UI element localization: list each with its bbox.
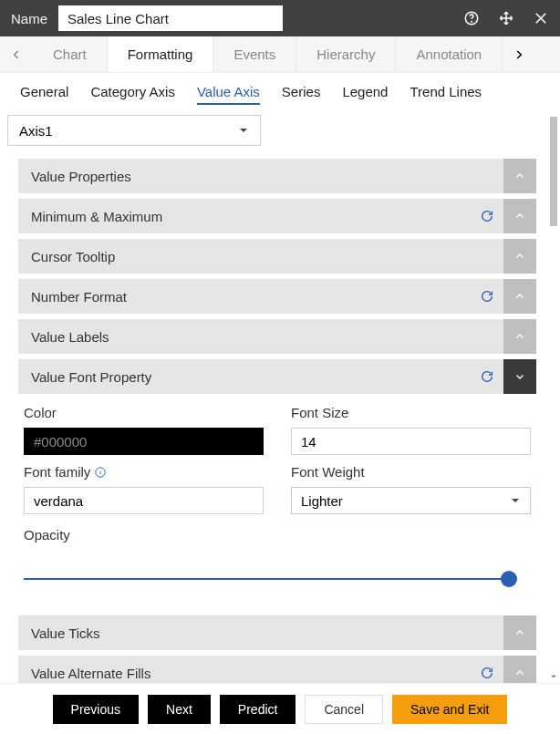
section-value-font-property: Value Font Property Color Font Size [18, 359, 536, 610]
section-title: Value Alternate Fills [31, 666, 150, 681]
field-font-size: Font Size [291, 405, 531, 455]
section-header[interactable]: Value Font Property [18, 359, 536, 394]
section-cursor-tooltip: Cursor Tooltip [18, 239, 536, 274]
color-input[interactable] [24, 428, 264, 455]
section-title: Value Ticks [31, 625, 100, 641]
vertical-scrollbar[interactable] [549, 117, 558, 676]
tab-scroll-right-icon[interactable] [503, 36, 535, 72]
slider-thumb[interactable] [501, 571, 517, 587]
save-and-exit-button[interactable]: Save and Exit [392, 695, 507, 724]
previous-button[interactable]: Previous [53, 695, 139, 724]
content-area: Axis1 Value Properties Minimum & Maximum [0, 109, 560, 683]
section-header[interactable]: Value Ticks [18, 615, 536, 650]
opacity-slider[interactable] [24, 563, 509, 595]
section-title: Value Font Property [31, 369, 151, 385]
section-header[interactable]: Number Format [18, 279, 536, 314]
predict-button[interactable]: Predict [220, 695, 296, 724]
section-number-format: Number Format [18, 279, 536, 314]
collapse-toggle[interactable] [503, 319, 536, 354]
move-icon[interactable] [494, 6, 518, 30]
tab-hierarchy[interactable]: Hierarchy [296, 36, 396, 72]
subtab-legend[interactable]: Legend [331, 77, 399, 107]
font-size-label: Font Size [291, 405, 531, 420]
font-weight-select[interactable]: Lighter [291, 487, 531, 514]
titlebar: Name [0, 0, 560, 36]
chevron-down-icon [510, 495, 521, 506]
section-title: Value Properties [31, 169, 131, 184]
slider-track-line [24, 578, 509, 580]
sections: Value Properties Minimum & Maximum Curso… [0, 159, 544, 683]
help-icon[interactable] [460, 6, 483, 30]
subtab-trend-lines[interactable]: Trend Lines [399, 77, 493, 107]
refresh-icon[interactable] [478, 287, 496, 305]
font-size-input[interactable] [291, 428, 531, 455]
font-family-input[interactable] [24, 487, 264, 514]
color-label: Color [24, 405, 264, 420]
field-font-weight: Font Weight Lighter [291, 464, 531, 514]
section-title: Cursor Tooltip [31, 249, 115, 264]
section-value-alternate-fills: Value Alternate Fills [18, 656, 536, 683]
section-header[interactable]: Value Alternate Fills [18, 656, 536, 683]
section-value-properties: Value Properties [18, 159, 536, 193]
font-family-label: Font family [24, 464, 264, 480]
scrollbar-thumb[interactable] [550, 117, 557, 226]
section-min-max: Minimum & Maximum [18, 199, 536, 233]
section-title: Number Format [31, 289, 127, 305]
subtab-series[interactable]: Series [271, 77, 332, 107]
section-header[interactable]: Cursor Tooltip [18, 239, 536, 274]
section-header[interactable]: Value Properties [18, 159, 536, 193]
section-title: Value Labels [31, 329, 109, 345]
collapse-toggle[interactable] [503, 239, 536, 274]
tab-annotation[interactable]: Annotation [396, 36, 503, 72]
font-weight-label: Font Weight [291, 464, 531, 480]
collapse-toggle[interactable] [503, 656, 536, 683]
field-opacity: Opacity [24, 523, 531, 595]
cancel-button[interactable]: Cancel [305, 695, 383, 724]
field-color: Color [24, 405, 264, 455]
tab-scroll-left-icon[interactable] [0, 36, 33, 72]
titlebar-label: Name [7, 11, 47, 26]
section-value-labels: Value Labels [18, 319, 536, 354]
axis-select[interactable]: Axis1 [7, 115, 261, 146]
section-title: Minimum & Maximum [31, 209, 162, 224]
section-body: Color Font Size Font family [18, 394, 536, 610]
info-icon[interactable] [94, 466, 107, 479]
opacity-label: Opacity [24, 527, 531, 543]
field-font-family: Font family [24, 464, 264, 514]
name-input[interactable] [58, 5, 283, 31]
refresh-icon[interactable] [478, 367, 496, 386]
subtab-value-axis[interactable]: Value Axis [186, 77, 271, 107]
subtab-category-axis[interactable]: Category Axis [79, 77, 186, 107]
subtab-general[interactable]: General [9, 77, 79, 107]
next-button[interactable]: Next [148, 695, 211, 724]
chevron-down-icon [238, 125, 249, 136]
collapse-toggle[interactable] [503, 199, 536, 233]
collapse-toggle[interactable] [503, 615, 536, 650]
section-header[interactable]: Minimum & Maximum [18, 199, 536, 233]
refresh-icon[interactable] [478, 664, 496, 682]
font-weight-value: Lighter [301, 493, 343, 509]
tab-events[interactable]: Events [213, 36, 296, 72]
close-icon[interactable] [529, 6, 553, 30]
collapse-toggle[interactable] [503, 279, 536, 314]
collapse-toggle[interactable] [503, 159, 536, 193]
axis-select-value: Axis1 [19, 123, 53, 139]
main-tabs: Chart Formatting Events Hierarchy Annota… [0, 36, 560, 73]
tab-formatting[interactable]: Formatting [108, 36, 214, 72]
collapse-toggle[interactable] [503, 359, 536, 394]
refresh-icon[interactable] [478, 207, 496, 225]
footer: Previous Next Predict Cancel Save and Ex… [0, 683, 560, 734]
svg-point-1 [472, 21, 472, 22]
tab-chart[interactable]: Chart [33, 36, 108, 72]
section-value-ticks: Value Ticks [18, 615, 536, 650]
scroll-down-icon[interactable] [549, 672, 558, 681]
section-header[interactable]: Value Labels [18, 319, 536, 354]
sub-tabs: General Category Axis Value Axis Series … [0, 73, 560, 109]
